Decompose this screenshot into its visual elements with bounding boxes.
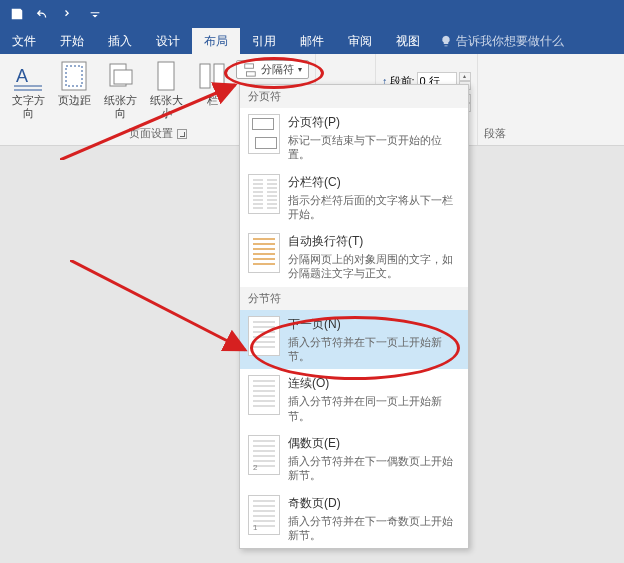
paragraph-group-label: 段落 (484, 126, 506, 141)
breaks-icon (243, 63, 257, 77)
menu-item-continuous[interactable]: 连续(O)插入分节符并在同一页上开始新节。 (240, 369, 468, 429)
page-setup-group-label: 页面设置 (129, 126, 173, 141)
tab-references[interactable]: 引用 (240, 28, 288, 54)
svg-rect-5 (158, 62, 174, 90)
tab-layout[interactable]: 布局 (192, 28, 240, 54)
svg-rect-8 (245, 63, 254, 67)
page-breaks-header: 分页符 (240, 85, 468, 108)
lightbulb-icon (440, 35, 452, 47)
column-break-icon (248, 174, 280, 214)
menu-item-page-break[interactable]: 分页符(P)标记一页结束与下一页开始的位置。 (240, 108, 468, 168)
undo-button[interactable] (32, 3, 54, 25)
svg-rect-4 (114, 70, 132, 84)
odd-page-icon (248, 495, 280, 535)
svg-text:A: A (16, 66, 28, 86)
tab-file[interactable]: 文件 (0, 28, 48, 54)
tell-me-search[interactable]: 告诉我你想要做什么 (440, 28, 564, 54)
margins-button[interactable]: 页边距 (52, 58, 96, 109)
text-direction-button[interactable]: A 文字方向 (6, 58, 50, 122)
tab-review[interactable]: 审阅 (336, 28, 384, 54)
text-wrapping-icon (248, 233, 280, 273)
svg-rect-9 (247, 71, 256, 75)
svg-rect-7 (214, 64, 224, 88)
redo-button[interactable] (58, 3, 80, 25)
annotation-arrow-next-page (70, 260, 255, 360)
margins-icon (58, 60, 90, 92)
chevron-down-icon: ▾ (298, 65, 302, 74)
tab-insert[interactable]: 插入 (96, 28, 144, 54)
orientation-button[interactable]: 纸张方向 (98, 58, 142, 122)
tab-mail[interactable]: 邮件 (288, 28, 336, 54)
next-page-icon (248, 316, 280, 356)
size-icon (150, 60, 182, 92)
menu-item-column-break[interactable]: 分栏符(C)指示分栏符后面的文字将从下一栏开始。 (240, 168, 468, 228)
continuous-icon (248, 375, 280, 415)
menu-item-next-page[interactable]: 下一页(N)插入分节符并在下一页上开始新节。 (240, 310, 468, 370)
menu-item-odd-page[interactable]: 奇数页(D)插入分节符并在下一奇数页上开始新节。 (240, 489, 468, 549)
breaks-dropdown: 分页符 分页符(P)标记一页结束与下一页开始的位置。 分栏符(C)指示分栏符后面… (239, 84, 469, 549)
tell-me-label: 告诉我你想要做什么 (456, 33, 564, 50)
title-bar (0, 0, 624, 28)
tab-view[interactable]: 视图 (384, 28, 432, 54)
section-breaks-header: 分节符 (240, 287, 468, 310)
ribbon-tabs: 文件 开始 插入 设计 布局 引用 邮件 审阅 视图 告诉我你想要做什么 (0, 28, 624, 54)
breaks-button[interactable]: 分隔符 ▾ (236, 60, 309, 79)
page-break-icon (248, 114, 280, 154)
size-button[interactable]: 纸张大小 (144, 58, 188, 122)
save-button[interactable] (6, 3, 28, 25)
svg-rect-6 (200, 64, 210, 88)
svg-line-11 (70, 260, 245, 350)
columns-icon (196, 60, 228, 92)
tab-design[interactable]: 设计 (144, 28, 192, 54)
text-direction-icon: A (12, 60, 44, 92)
tab-home[interactable]: 开始 (48, 28, 96, 54)
page-setup-launcher[interactable] (177, 129, 187, 139)
columns-button[interactable]: 栏 (190, 58, 234, 109)
menu-item-even-page[interactable]: 偶数页(E)插入分节符并在下一偶数页上开始新节。 (240, 429, 468, 489)
paragraph-group: 段落 (478, 54, 512, 145)
orientation-icon (104, 60, 136, 92)
even-page-icon (248, 435, 280, 475)
qat-customize-button[interactable] (84, 3, 106, 25)
menu-item-text-wrapping[interactable]: 自动换行符(T)分隔网页上的对象周围的文字，如分隔题注文字与正文。 (240, 227, 468, 287)
